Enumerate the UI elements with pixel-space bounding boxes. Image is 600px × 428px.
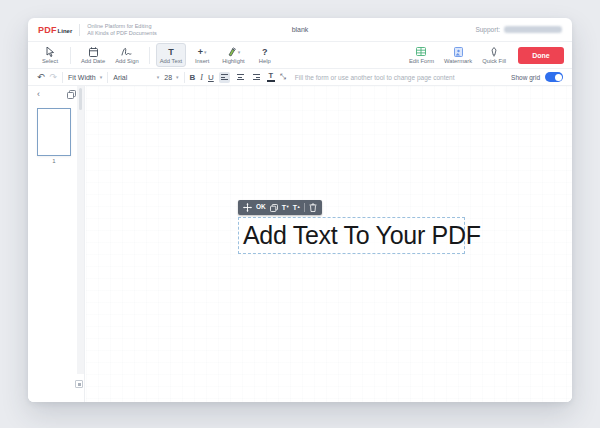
ok-button[interactable]: OK <box>256 204 266 211</box>
toolbar-hint-text: Fill the form or use another tool to cha… <box>295 74 455 81</box>
tagline-line-2: All Kinds of PDF Documents <box>87 30 156 37</box>
question-icon: ? <box>262 47 268 57</box>
tool-label: Highlight <box>222 58 245 64</box>
duplicate-page-icon[interactable] <box>67 90 76 99</box>
font-family-value: Arial <box>113 74 127 81</box>
show-grid-label: Show grid <box>511 74 540 81</box>
formatbar-divider <box>184 72 185 83</box>
font-size-select[interactable]: 28 ▾ <box>164 74 178 81</box>
arrow-down-icon: ▾ <box>287 205 289 210</box>
select-tool-button[interactable]: Select <box>36 43 64 67</box>
text-color-glyph: T <box>268 72 273 79</box>
chevron-down-icon: ▾ <box>204 47 207 57</box>
sidebar-header: ‹ <box>28 86 84 102</box>
tool-label: Add Sign <box>115 58 139 64</box>
text-element-value: Add Text To Your PDF <box>243 221 481 250</box>
bold-button[interactable]: B <box>190 73 196 82</box>
zoom-mode-value: Fit Width <box>68 74 96 81</box>
tool-label: Help <box>259 58 271 64</box>
zoom-mode-select[interactable]: Fit Width ▾ <box>68 74 102 81</box>
arrow-up-icon: ▴ <box>298 205 300 210</box>
support-label: Support: <box>475 26 500 33</box>
toggle-knob <box>555 74 562 81</box>
signature-icon <box>121 47 132 57</box>
sidebar-scrollbar[interactable] <box>77 86 84 374</box>
app-logo[interactable]: PDF Liner <box>38 25 72 35</box>
sidebar-grid-icon[interactable] <box>75 380 83 388</box>
duplicate-icon[interactable] <box>270 204 278 212</box>
chevron-down-icon: ▾ <box>238 47 241 57</box>
tool-label: Watermark <box>444 58 472 64</box>
align-center-button[interactable] <box>235 72 246 83</box>
done-button[interactable]: Done <box>518 47 564 64</box>
format-bar: ↶ ↷ Fit Width ▾ Arial ▾ 28 ▾ B I U T ⤡ F… <box>28 69 572 86</box>
show-grid-toggle[interactable] <box>545 72 563 82</box>
text-icon: T <box>168 47 174 57</box>
move-icon[interactable] <box>243 203 252 212</box>
cursor-icon <box>46 47 55 57</box>
logo-pdf-text: PDF <box>38 25 57 35</box>
rotate-text-button[interactable]: ⤡ <box>280 72 286 82</box>
add-text-button[interactable]: T Add Text <box>156 43 186 67</box>
toolbar-divider <box>70 47 71 64</box>
tool-label: Edit Form <box>409 58 434 64</box>
text-color-swatch <box>267 80 275 82</box>
tool-label: Add Text <box>160 58 182 64</box>
highlight-button[interactable]: ▾ Highlight <box>218 43 249 67</box>
formatbar-divider <box>62 72 63 83</box>
header-right: Support: <box>475 26 562 33</box>
tagline-line-1: Online Platform for Editing <box>87 23 156 30</box>
add-date-button[interactable]: Add Date <box>77 43 109 67</box>
editor-content: ‹ 1 OK T <box>28 86 572 402</box>
tool-label: Insert <box>195 58 210 64</box>
redo-button[interactable]: ↷ <box>50 72 58 82</box>
undo-button[interactable]: ↶ <box>37 72 45 82</box>
font-family-select[interactable]: Arial ▾ <box>113 74 159 81</box>
align-left-button[interactable] <box>219 72 230 83</box>
chevron-down-icon: ▾ <box>176 74 179 80</box>
font-size-value: 28 <box>164 74 172 81</box>
collapse-sidebar-icon[interactable]: ‹ <box>37 89 40 99</box>
app-window: PDF Liner Online Platform for Editing Al… <box>28 18 572 402</box>
tool-label: Add Date <box>81 58 105 64</box>
insert-button[interactable]: + ▾ Insert <box>188 43 216 67</box>
app-tagline: Online Platform for Editing All Kinds of… <box>87 23 156 36</box>
mini-toolbar-divider <box>304 203 305 212</box>
tool-label: Quick Fill <box>482 58 506 64</box>
add-sign-button[interactable]: Add Sign <box>111 43 143 67</box>
logo-liner-text: Liner <box>58 28 73 34</box>
italic-button[interactable]: I <box>200 73 203 82</box>
watermark-button[interactable]: Watermark <box>440 43 476 67</box>
tool-label: Select <box>42 58 58 64</box>
underline-button[interactable]: U <box>208 73 214 82</box>
font-size-increase-button[interactable]: T ▴ <box>293 204 300 211</box>
main-toolbar: Select Add Date Add Sign T Add Text + ▾ <box>28 42 572 69</box>
text-element-toolbar: OK T ▾ T ▴ <box>238 200 322 215</box>
quick-fill-button[interactable]: Quick Fill <box>478 43 510 67</box>
chevron-down-icon: ▾ <box>157 74 160 80</box>
scrollbar-thumb[interactable] <box>79 88 82 110</box>
desktop-background: { "app": { "logo_primary": "PDF", "logo_… <box>0 0 600 428</box>
align-right-button[interactable] <box>251 72 262 83</box>
edit-form-button[interactable]: Edit Form <box>405 43 438 67</box>
formatbar-divider <box>107 72 108 83</box>
text-element[interactable]: Add Text To Your PDF <box>238 217 465 254</box>
toolbar-divider <box>149 47 150 64</box>
watermark-icon <box>454 47 463 57</box>
highlighter-icon: ▾ <box>227 47 241 57</box>
delete-trash-icon[interactable] <box>309 203 317 212</box>
pen-icon <box>490 47 498 57</box>
pages-sidebar: ‹ 1 <box>28 86 85 402</box>
form-grid-icon <box>416 47 426 57</box>
page-number-label: 1 <box>37 158 71 164</box>
plus-icon: + ▾ <box>198 47 207 57</box>
chevron-down-icon: ▾ <box>100 74 103 80</box>
support-email-redacted[interactable] <box>504 26 562 33</box>
text-color-button[interactable]: T <box>267 72 275 82</box>
font-size-decrease-button[interactable]: T ▾ <box>282 204 289 211</box>
header-divider <box>79 24 80 36</box>
help-button[interactable]: ? Help <box>251 43 279 67</box>
app-header: PDF Liner Online Platform for Editing Al… <box>28 18 572 42</box>
page-thumbnail-1[interactable] <box>37 108 71 156</box>
pdf-page-canvas[interactable]: OK T ▾ T ▴ Add Text To Your <box>86 86 572 402</box>
